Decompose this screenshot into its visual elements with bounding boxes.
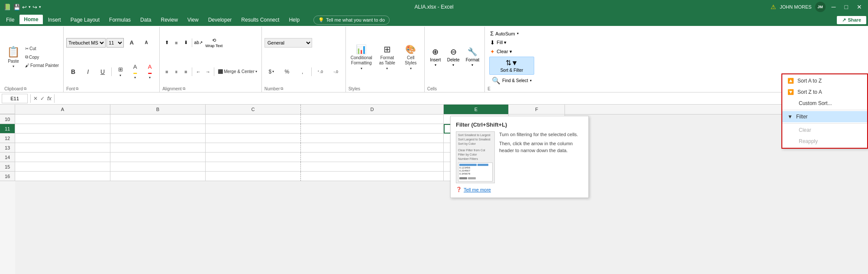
share-button[interactable]: ↗ Share [837, 16, 866, 24]
cell-A12[interactable] [15, 134, 110, 143]
redo-icon[interactable]: ↪ [32, 4, 37, 10]
cell-C10[interactable] [206, 115, 301, 124]
col-header-F[interactable]: F [509, 105, 565, 114]
row-header-10[interactable]: 10 [0, 115, 15, 124]
cell-D11[interactable] [301, 124, 444, 134]
align-middle-button[interactable]: ≡ [172, 39, 181, 47]
cell-styles-button[interactable]: 🎨 Cell Styles ▾ [400, 42, 422, 72]
menu-help[interactable]: Help [284, 15, 304, 25]
cell-C14[interactable] [206, 153, 301, 162]
orientation-button[interactable]: ab↗ [194, 39, 203, 47]
tell-me-box[interactable]: 💡 Tell me what you want to do [313, 16, 390, 25]
align-left-button[interactable]: ≡ [162, 68, 171, 76]
custom-sort-item[interactable]: Custom Sort... [782, 98, 867, 109]
menu-data[interactable]: Data [136, 15, 155, 25]
cut-button[interactable]: ✂ Cut [23, 45, 61, 52]
sort-az-item[interactable]: 🔼 Sort A to Z [782, 75, 867, 86]
row-header-14[interactable]: 14 [0, 153, 15, 162]
clear-button[interactable]: ✦ Clear ▾ [487, 48, 521, 56]
align-right-button[interactable]: ≡ [181, 68, 190, 76]
menu-results-connect[interactable]: Results Connect [237, 15, 284, 25]
menu-review[interactable]: Review [156, 15, 182, 25]
menu-insert[interactable]: Insert [44, 15, 65, 25]
font-size-select[interactable]: 11 [106, 38, 124, 48]
undo-icon[interactable]: ↩ [22, 4, 27, 10]
format-as-table-button[interactable]: ⊞ Format as Table ▾ [375, 42, 399, 72]
underline-button[interactable]: U [96, 67, 110, 76]
cell-B13[interactable] [110, 143, 206, 153]
delete-button[interactable]: ⊖ Delete ▾ [445, 45, 462, 69]
cell-A11[interactable] [15, 124, 110, 134]
cell-C16[interactable] [206, 172, 301, 181]
tell-me-more-link[interactable]: ❓ Tell me more [456, 187, 583, 192]
formula-input[interactable] [57, 95, 866, 102]
cell-D16[interactable] [301, 172, 444, 181]
autosum-button[interactable]: Σ AutoSum ▾ [487, 29, 521, 38]
cell-D14[interactable] [301, 153, 444, 162]
copy-button[interactable]: ⧉ Copy [23, 53, 61, 61]
wrap-text-button[interactable]: ⟲ Wrap Text [203, 39, 224, 47]
row-header-11[interactable]: 11 [0, 124, 15, 134]
align-bottom-button[interactable]: ⬇ [181, 39, 190, 47]
row-header-15[interactable]: 15 [0, 162, 15, 172]
find-select-button[interactable]: 🔍 Find & Select ▾ [489, 76, 534, 86]
confirm-formula-icon[interactable]: ✓ [40, 96, 45, 102]
row-header-12[interactable]: 12 [0, 134, 15, 143]
increase-decimal-button[interactable]: ⁺.0 [313, 68, 327, 75]
menu-formulas[interactable]: Formulas [105, 15, 135, 25]
format-painter-button[interactable]: 🖌 Format Painter [23, 62, 61, 69]
merge-center-button[interactable]: ⬛ Merge & Center ▾ [216, 68, 259, 75]
alignment-expand-icon[interactable]: ⧉ [183, 86, 185, 91]
col-header-E[interactable]: E [444, 105, 509, 114]
increase-font-button[interactable]: A [125, 38, 139, 47]
col-header-A[interactable]: A [15, 105, 110, 114]
italic-button[interactable]: I [81, 67, 95, 76]
cancel-formula-icon[interactable]: ✕ [33, 96, 38, 102]
cell-B15[interactable] [110, 162, 206, 172]
number-format-select[interactable]: General [265, 38, 312, 48]
col-header-B[interactable]: B [110, 105, 206, 114]
align-center-button[interactable]: ≡ [173, 68, 180, 76]
percent-button[interactable]: % [280, 67, 294, 76]
cell-C15[interactable] [206, 162, 301, 172]
cell-B10[interactable] [110, 115, 206, 124]
cell-C13[interactable] [206, 143, 301, 153]
paste-button[interactable]: 📋 Paste ▾ [4, 45, 23, 70]
comma-button[interactable]: , [296, 67, 310, 76]
restore-button[interactable]: □ [842, 3, 851, 11]
cell-A10[interactable] [15, 115, 110, 124]
menu-file[interactable]: File [2, 15, 19, 25]
cell-A13[interactable] [15, 143, 110, 153]
row-header-13[interactable]: 13 [0, 143, 15, 153]
font-expand-icon[interactable]: ⧉ [76, 86, 78, 91]
filter-item[interactable]: ▼ Filter [782, 111, 867, 122]
cell-A15[interactable] [15, 162, 110, 172]
user-avatar[interactable]: JM [815, 2, 826, 12]
font-color-button[interactable]: A ▬ ▾ [143, 62, 157, 81]
font-name-select[interactable]: Trebuchet MS [66, 38, 106, 48]
cell-B11[interactable] [110, 124, 206, 134]
fill-button[interactable]: ⬇ Fill ▾ [487, 38, 521, 47]
menu-page-layout[interactable]: Page Layout [66, 15, 104, 25]
cell-B14[interactable] [110, 153, 206, 162]
undo-dropdown-icon[interactable]: ▾ [29, 5, 31, 9]
minimize-button[interactable]: ─ [829, 3, 839, 11]
fill-color-button[interactable]: A ▬ ▾ [128, 62, 142, 81]
col-header-D[interactable]: D [301, 105, 444, 114]
cell-A14[interactable] [15, 153, 110, 162]
sort-filter-button[interactable]: ⇅▼ Sort & Filter [489, 57, 534, 75]
menu-home[interactable]: Home [19, 15, 42, 25]
borders-button[interactable]: ⊞ ▾ [113, 65, 127, 79]
menu-view[interactable]: View [183, 15, 203, 25]
decrease-indent-button[interactable]: ← [194, 68, 203, 76]
insert-button[interactable]: ⊕ Insert ▾ [427, 45, 444, 69]
clear-item[interactable]: Clear [782, 124, 867, 136]
clipboard-expand-icon[interactable]: ⧉ [24, 86, 26, 91]
cell-D13[interactable] [301, 143, 444, 153]
cell-C12[interactable] [206, 134, 301, 143]
col-header-C[interactable]: C [206, 105, 301, 114]
decrease-decimal-button[interactable]: -.0 [329, 68, 343, 75]
cell-D10[interactable] [301, 115, 444, 124]
close-button[interactable]: ✕ [854, 3, 865, 11]
increase-indent-button[interactable]: → [203, 68, 212, 76]
